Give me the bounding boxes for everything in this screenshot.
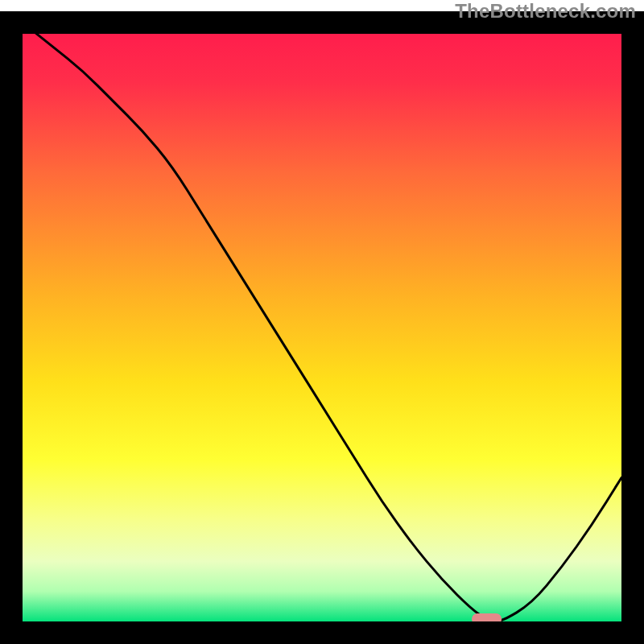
plot-area (23, 23, 621, 625)
plot-background (23, 23, 621, 621)
watermark-text: TheBottleneck.com (455, 0, 636, 23)
chart-container: TheBottleneck.com (0, 0, 644, 644)
bottleneck-chart (0, 0, 644, 644)
